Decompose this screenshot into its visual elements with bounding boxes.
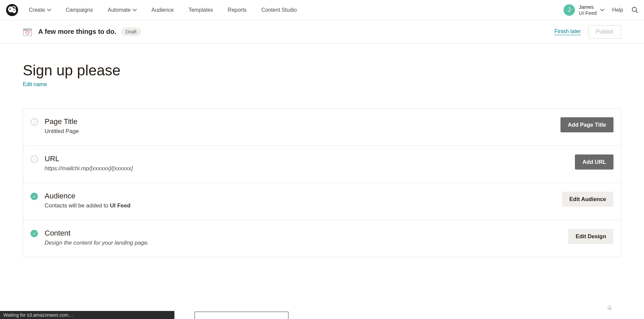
card-subtitle: https://mailchi.mp/[xxxxxx]/[xxxxxx] <box>45 165 575 172</box>
nav-items: Create Campaigns Automate Audience Templ… <box>29 7 297 13</box>
calendar-heart-icon <box>23 27 32 37</box>
nav-label: Reports <box>228 7 247 13</box>
card-body: URL https://mailchi.mp/[xxxxxx]/[xxxxxx] <box>45 154 575 172</box>
card-body: Audience Contacts will be added to UI Fe… <box>45 192 562 209</box>
status-complete-icon: ✓ <box>31 230 38 237</box>
add-url-button[interactable]: Add URL <box>575 154 613 170</box>
account-text: James UI Feed <box>579 4 597 16</box>
svg-line-6 <box>636 11 638 13</box>
edit-design-button[interactable]: Edit Design <box>568 229 613 244</box>
draft-badge: Draft <box>121 27 142 36</box>
svg-point-5 <box>632 7 637 11</box>
chevron-down-icon <box>601 8 604 12</box>
status-incomplete-icon: ✓ <box>31 118 38 126</box>
card-sub-prefix: Contacts will be added to <box>45 202 110 209</box>
nav-label: Automate <box>108 7 130 13</box>
edit-name-link[interactable]: Edit name <box>23 81 47 87</box>
topnav-right: J James UI Feed Help <box>564 4 639 16</box>
nav-create[interactable]: Create <box>29 7 51 13</box>
avatar-initial: J <box>568 6 571 13</box>
nav-reports[interactable]: Reports <box>228 7 247 13</box>
help-link[interactable]: Help <box>612 7 623 13</box>
check-icon: ✓ <box>33 157 36 162</box>
top-nav: Create Campaigns Automate Audience Templ… <box>0 0 644 20</box>
nav-label: Content Studio <box>261 7 297 13</box>
card-content: ✓ Content Design the content for your la… <box>23 220 621 257</box>
finish-later-link[interactable]: Finish later <box>554 28 581 35</box>
subheader-right: Finish later Publish <box>554 25 621 39</box>
card-page-title: ✓ Page Title Untitled Page Add Page Titl… <box>23 109 621 146</box>
card-body: Content Design the content for your land… <box>45 229 568 246</box>
main-content: Sign up please Edit name ✓ Page Title Un… <box>0 44 644 257</box>
card-title: Audience <box>45 192 562 200</box>
publish-button[interactable]: Publish <box>588 25 621 39</box>
svg-point-4 <box>14 10 15 11</box>
avatar: J <box>564 4 575 16</box>
nav-label: Campaigns <box>66 7 93 13</box>
card-sub-bold: UI Feed <box>110 202 130 209</box>
chevron-down-icon <box>48 8 51 12</box>
account-menu[interactable]: J James UI Feed <box>564 4 604 16</box>
card-subtitle: Untitled Page <box>45 128 560 135</box>
account-feed: UI Feed <box>579 10 597 16</box>
card-audience: ✓ Audience Contacts will be added to UI … <box>23 183 621 220</box>
svg-point-2 <box>9 8 11 10</box>
edit-audience-button[interactable]: Edit Audience <box>562 192 613 207</box>
check-icon: ✓ <box>33 232 36 236</box>
help-label: Help <box>612 7 623 13</box>
card-body: Page Title Untitled Page <box>45 117 560 135</box>
setup-cards: ✓ Page Title Untitled Page Add Page Titl… <box>23 108 621 257</box>
nav-campaigns[interactable]: Campaigns <box>66 7 93 13</box>
search-icon[interactable] <box>631 6 639 14</box>
account-name: James <box>579 4 597 10</box>
mailchimp-logo[interactable] <box>5 3 19 17</box>
subheader-title: A few more things to do. <box>38 28 116 36</box>
svg-rect-11 <box>27 29 28 30</box>
svg-rect-10 <box>26 29 26 30</box>
nav-templates[interactable]: Templates <box>189 7 213 13</box>
nav-label: Audience <box>151 7 174 13</box>
chevron-down-icon <box>133 8 137 12</box>
nav-content-studio[interactable]: Content Studio <box>261 7 297 13</box>
sub-header: A few more things to do. Draft Finish la… <box>0 20 644 44</box>
status-incomplete-icon: ✓ <box>31 155 38 163</box>
check-icon: ✓ <box>33 120 36 124</box>
add-page-title-button[interactable]: Add Page Title <box>560 117 613 132</box>
nav-label: Templates <box>189 7 213 13</box>
nav-automate[interactable]: Automate <box>108 7 137 13</box>
card-title: URL <box>45 154 575 163</box>
card-url: ✓ URL https://mailchi.mp/[xxxxxx]/[xxxxx… <box>23 146 621 183</box>
nav-label: Create <box>29 7 45 13</box>
check-icon: ✓ <box>33 194 36 199</box>
svg-rect-9 <box>24 29 25 30</box>
card-title: Content <box>45 229 568 238</box>
card-title: Page Title <box>45 117 560 126</box>
card-subtitle: Design the content for your landing page… <box>45 240 568 246</box>
nav-audience[interactable]: Audience <box>151 7 174 13</box>
page-title: Sign up please <box>23 62 621 79</box>
card-subtitle: Contacts will be added to UI Feed <box>45 202 562 209</box>
status-complete-icon: ✓ <box>31 193 38 200</box>
